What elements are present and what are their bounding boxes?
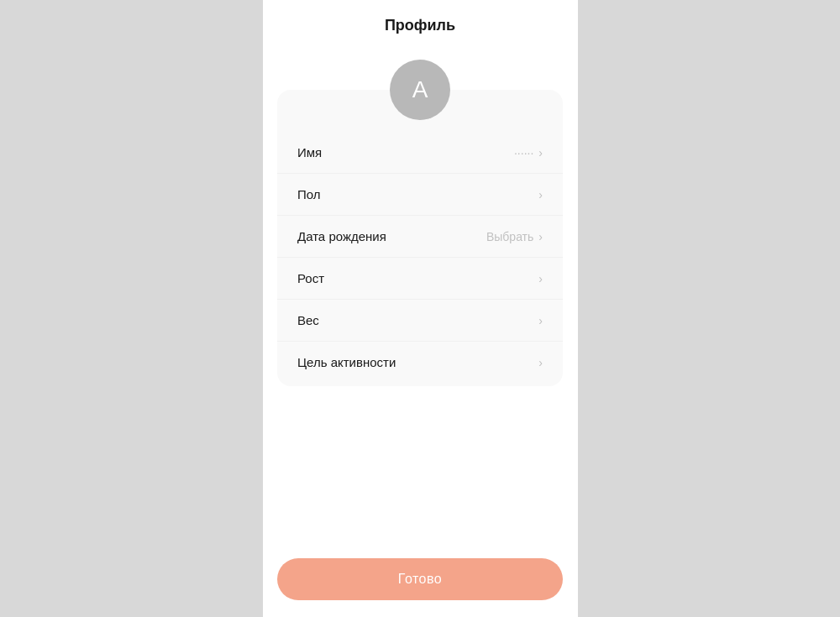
profile-item-height[interactable]: Рост › xyxy=(277,258,563,300)
phone-screen: Профиль A Имя ······ › Пол xyxy=(263,0,578,617)
activity-goal-label: Цель активности xyxy=(297,355,396,369)
name-value: ······ xyxy=(514,146,533,159)
gender-chevron-icon: › xyxy=(538,189,543,201)
weight-chevron-icon: › xyxy=(538,315,543,327)
activity-goal-chevron-icon: › xyxy=(538,357,543,369)
profile-item-name[interactable]: Имя ······ › xyxy=(277,132,563,174)
gender-label: Пол xyxy=(297,187,321,201)
avatar[interactable]: A xyxy=(390,60,450,120)
name-label: Имя xyxy=(297,145,322,159)
birthdate-label: Дата рождения xyxy=(297,229,386,243)
profile-item-weight[interactable]: Вес › xyxy=(277,300,563,342)
weight-label: Вес xyxy=(297,313,319,327)
avatar-section: A Имя ······ › Пол › xyxy=(277,51,563,386)
done-button[interactable]: Готово xyxy=(277,558,563,600)
name-chevron-icon: › xyxy=(538,147,543,159)
profile-item-activity-goal[interactable]: Цель активности › xyxy=(277,342,563,383)
profile-item-gender[interactable]: Пол › xyxy=(277,174,563,216)
profile-item-birthdate[interactable]: Дата рождения Выбрать › xyxy=(277,216,563,258)
page-title: Профиль xyxy=(385,17,455,34)
birthdate-select-label: Выбрать xyxy=(486,230,533,243)
profile-card: Имя ······ › Пол › Дата рождения xyxy=(277,90,563,386)
birthdate-chevron-icon: › xyxy=(538,231,543,243)
done-button-container: Готово xyxy=(277,558,563,600)
avatar-container[interactable]: A xyxy=(390,60,450,120)
height-chevron-icon: › xyxy=(538,273,543,285)
height-label: Рост xyxy=(297,271,324,285)
